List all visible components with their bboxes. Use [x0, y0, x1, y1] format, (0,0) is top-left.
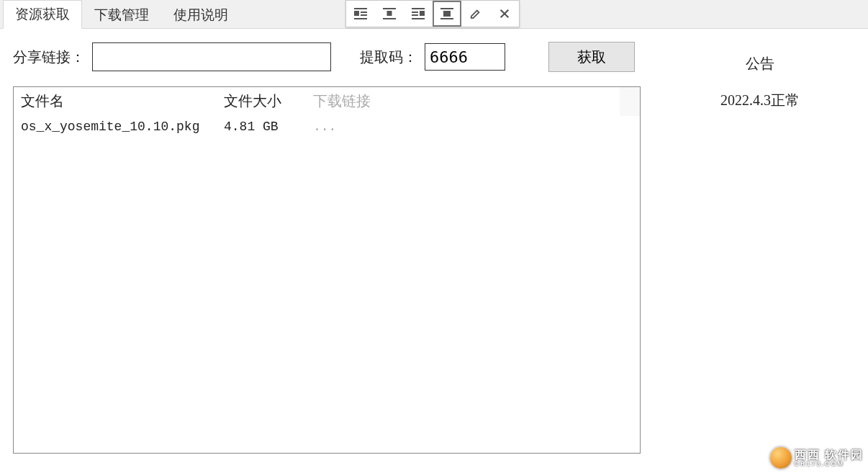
svg-rect-5 [383, 8, 396, 9]
floating-toolbar [345, 0, 520, 27]
cell-filename: os_x_yosemite_10.10.pkg [21, 120, 224, 134]
fetch-button-label: 获取 [577, 49, 606, 65]
announcement-panel: 公告 2022.4.3正常 [652, 29, 868, 473]
share-link-input[interactable] [92, 42, 331, 71]
close-icon [498, 8, 511, 19]
tab-label: 使用说明 [173, 7, 228, 22]
svg-rect-9 [420, 11, 425, 16]
column-header-filename[interactable]: 文件名 [21, 91, 224, 111]
svg-rect-7 [383, 18, 396, 19]
svg-rect-0 [354, 8, 367, 9]
share-link-label: 分享链接： [13, 48, 85, 67]
svg-rect-14 [443, 11, 451, 17]
tab-label: 下载管理 [94, 7, 149, 22]
extract-code-input[interactable] [425, 43, 505, 71]
watermark-line1: 西西 软件园 [795, 449, 864, 461]
edit-button[interactable] [461, 1, 490, 27]
svg-rect-2 [361, 12, 367, 13]
globe-icon [770, 447, 792, 469]
svg-rect-8 [412, 8, 425, 9]
svg-rect-4 [354, 18, 367, 19]
align-wrap-full-icon [440, 8, 453, 19]
tab-instructions[interactable]: 使用说明 [161, 1, 240, 29]
scrollbar-stub[interactable] [620, 87, 640, 116]
column-header-filesize[interactable]: 文件大小 [224, 91, 313, 111]
announcement-title: 公告 [652, 54, 868, 73]
table-row[interactable]: os_x_yosemite_10.10.pkg 4.81 GB ... [14, 115, 640, 138]
align-wrap-full-button[interactable] [433, 1, 461, 27]
align-wrap-right-icon [412, 8, 425, 19]
svg-rect-13 [440, 8, 453, 9]
watermark-line2: CR173.COM [795, 461, 864, 467]
watermark: 西西 软件园 CR173.COM [770, 447, 864, 469]
close-button[interactable] [490, 1, 519, 27]
svg-rect-3 [361, 14, 367, 16]
svg-rect-11 [412, 14, 418, 16]
form-row: 分享链接： 提取码： 获取 [13, 42, 652, 72]
tab-label: 资源获取 [15, 6, 70, 22]
svg-rect-10 [412, 12, 418, 13]
column-header-download-link[interactable]: 下载链接 [313, 91, 633, 111]
cell-download-link: ... [313, 120, 633, 134]
fetch-button[interactable]: 获取 [548, 42, 635, 72]
align-wrap-center-button[interactable] [375, 1, 404, 27]
tab-download-manager[interactable]: 下载管理 [82, 1, 161, 29]
results-table[interactable]: 文件名 文件大小 下载链接 os_x_yosemite_10.10.pkg 4.… [13, 86, 641, 454]
table-header: 文件名 文件大小 下载链接 [14, 87, 640, 115]
svg-rect-1 [354, 11, 359, 16]
align-wrap-center-icon [383, 8, 396, 19]
extract-code-label: 提取码： [360, 48, 417, 67]
left-panel: 分享链接： 提取码： 获取 文件名 文件大小 下载链接 os_x_yosemit… [0, 29, 652, 473]
align-wrap-left-icon [354, 8, 367, 19]
announcement-text: 2022.4.3正常 [652, 91, 868, 110]
svg-rect-15 [440, 18, 453, 19]
tab-resource-fetch[interactable]: 资源获取 [3, 0, 82, 29]
cell-filesize: 4.81 GB [224, 120, 313, 134]
edit-icon [469, 8, 482, 19]
main-area: 分享链接： 提取码： 获取 文件名 文件大小 下载链接 os_x_yosemit… [0, 29, 868, 473]
watermark-text: 西西 软件园 CR173.COM [795, 449, 864, 467]
svg-rect-12 [412, 18, 425, 19]
align-wrap-right-button[interactable] [404, 1, 433, 27]
align-wrap-left-button[interactable] [346, 1, 375, 27]
svg-rect-6 [387, 11, 392, 16]
